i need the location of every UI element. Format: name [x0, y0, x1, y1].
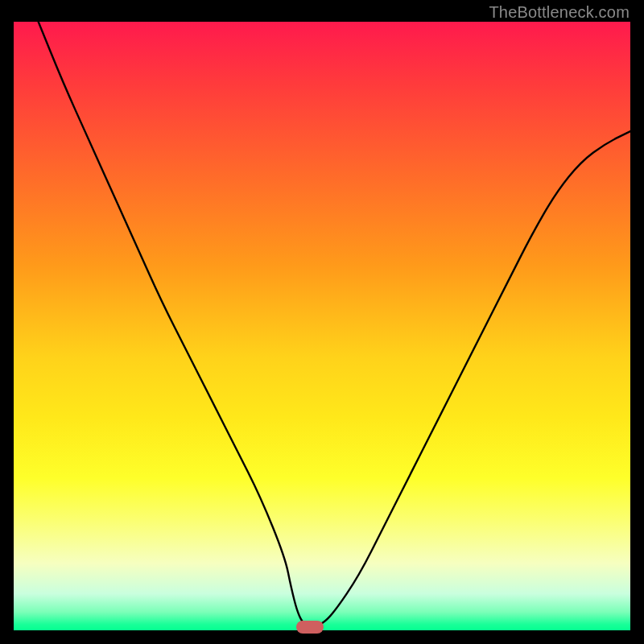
watermark-text: TheBottleneck.com [489, 3, 630, 22]
optimum-marker [296, 621, 324, 634]
bottleneck-curve [14, 22, 630, 624]
chart-svg [14, 22, 630, 630]
chart-plot-area [14, 22, 630, 630]
